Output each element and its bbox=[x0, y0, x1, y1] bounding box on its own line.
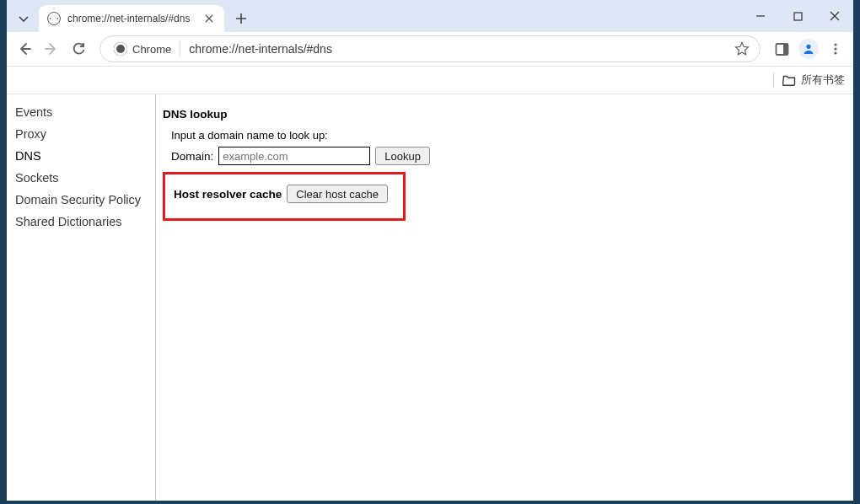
chrome-logo-icon bbox=[114, 42, 127, 56]
arrow-left-icon bbox=[17, 41, 32, 56]
back-button[interactable] bbox=[12, 36, 37, 62]
panel-icon bbox=[775, 42, 789, 56]
kebab-menu-icon bbox=[829, 42, 842, 56]
main-panel: DNS lookup Input a domain name to look u… bbox=[156, 94, 853, 501]
folder-icon bbox=[782, 73, 796, 87]
tab-search-button[interactable] bbox=[10, 7, 37, 32]
star-icon bbox=[734, 41, 750, 56]
svg-point-4 bbox=[834, 43, 836, 46]
lookup-button[interactable]: Lookup bbox=[375, 147, 430, 165]
sidebar-item-sockets[interactable]: Sockets bbox=[7, 167, 155, 189]
all-bookmarks-label: 所有书签 bbox=[801, 72, 845, 88]
sidebar-item-events[interactable]: Events bbox=[7, 101, 155, 123]
content-area: Events Proxy DNS Sockets Domain Security… bbox=[7, 94, 853, 501]
close-icon bbox=[205, 14, 213, 23]
svg-rect-2 bbox=[783, 44, 788, 55]
window-maximize-button[interactable] bbox=[779, 3, 816, 29]
host-resolver-cache-section: Host resolver cache Clear host cache bbox=[163, 172, 406, 221]
window-minimize-button[interactable] bbox=[742, 3, 779, 29]
minimize-icon bbox=[755, 11, 766, 21]
sidebar-item-shared-dictionaries[interactable]: Shared Dictionaries bbox=[7, 211, 155, 233]
side-panel-button[interactable] bbox=[769, 36, 794, 62]
separator bbox=[773, 72, 774, 88]
host-resolver-cache-heading: Host resolver cache bbox=[174, 188, 282, 201]
chrome-origin-label: Chrome bbox=[132, 43, 171, 56]
reload-icon bbox=[72, 42, 86, 56]
sidebar-item-proxy[interactable]: Proxy bbox=[7, 123, 155, 145]
svg-point-6 bbox=[834, 51, 836, 54]
svg-point-5 bbox=[834, 47, 836, 50]
dns-lookup-instruction: Input a domain name to look up: bbox=[171, 129, 847, 142]
profile-avatar bbox=[798, 39, 819, 59]
new-tab-button[interactable] bbox=[229, 7, 253, 30]
bookmarks-bar: 所有书签 bbox=[7, 67, 853, 94]
toolbar: Chrome chrome://net-internals/#dns bbox=[7, 32, 853, 67]
tab-close-button[interactable] bbox=[202, 12, 216, 25]
title-bar: chrome://net-internals/#dns bbox=[7, 0, 853, 32]
globe-icon bbox=[47, 12, 61, 25]
omnibox-url: chrome://net-internals/#dns bbox=[189, 42, 734, 56]
domain-label: Domain: bbox=[171, 150, 213, 163]
window-close-button[interactable] bbox=[816, 3, 853, 29]
sidebar-item-dns[interactable]: DNS bbox=[7, 145, 155, 167]
svg-point-3 bbox=[806, 45, 810, 49]
reload-button[interactable] bbox=[66, 36, 91, 62]
profile-button[interactable] bbox=[796, 36, 821, 62]
domain-input[interactable] bbox=[218, 147, 370, 165]
tab-title: chrome://net-internals/#dns bbox=[67, 13, 202, 24]
sidebar-item-domain-security-policy[interactable]: Domain Security Policy bbox=[7, 189, 155, 211]
chrome-window: chrome://net-internals/#dns bbox=[7, 0, 853, 501]
browser-tab[interactable]: chrome://net-internals/#dns bbox=[39, 5, 224, 32]
address-bar[interactable]: Chrome chrome://net-internals/#dns bbox=[99, 35, 761, 62]
person-icon bbox=[802, 42, 815, 56]
dns-lookup-heading: DNS lookup bbox=[163, 108, 847, 121]
close-icon bbox=[830, 11, 840, 21]
forward-button bbox=[39, 36, 64, 62]
chevron-down-icon bbox=[19, 14, 29, 24]
clear-host-cache-button[interactable]: Clear host cache bbox=[287, 185, 388, 203]
plus-icon bbox=[235, 13, 247, 24]
all-bookmarks-button[interactable]: 所有书签 bbox=[782, 72, 845, 88]
chrome-origin-badge: Chrome bbox=[110, 40, 180, 57]
arrow-right-icon bbox=[44, 41, 59, 56]
svg-rect-0 bbox=[794, 13, 802, 20]
chrome-menu-button[interactable] bbox=[823, 36, 848, 62]
sidebar: Events Proxy DNS Sockets Domain Security… bbox=[7, 94, 156, 501]
maximize-icon bbox=[793, 12, 803, 21]
bookmark-star-button[interactable] bbox=[734, 41, 750, 56]
